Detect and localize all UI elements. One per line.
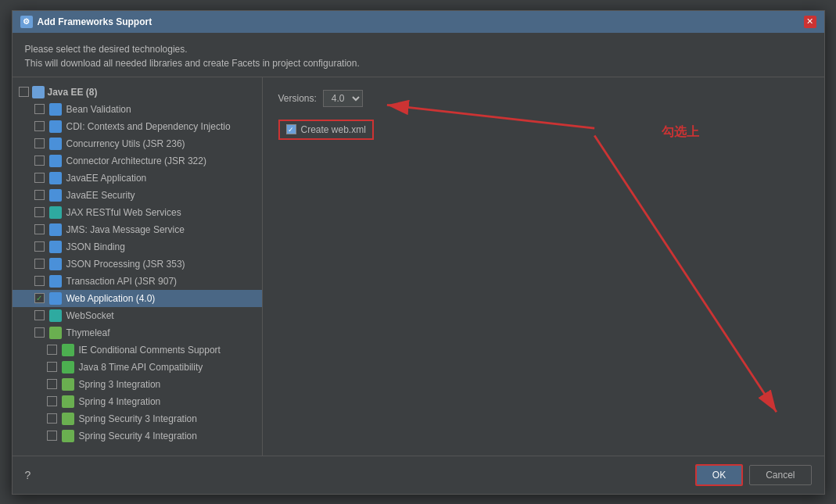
- checkbox-ie-conditional[interactable]: [47, 345, 57, 355]
- icon-jms: [49, 223, 62, 236]
- checkbox-connector[interactable]: [34, 155, 45, 166]
- icon-concurrency: [49, 138, 62, 150]
- list-item-transaction-api[interactable]: Transaction API (JSR 907): [13, 273, 262, 290]
- cancel-button[interactable]: Cancel: [749, 465, 811, 485]
- list-item-javaee-sec[interactable]: JavaEE Security: [13, 187, 262, 204]
- label-ie-conditional: IE Conditional Comments Support: [79, 345, 221, 356]
- list-item-ie-conditional[interactable]: IE Conditional Comments Support: [13, 341, 262, 359]
- list-item-jax-rest[interactable]: JAX RESTful Web Services: [13, 204, 262, 221]
- label-transaction-api: Transaction API (JSR 907): [66, 276, 178, 287]
- dialog-title: Add Frameworks Support: [38, 16, 152, 27]
- versions-select[interactable]: 4.0 3.1 3.0: [323, 90, 363, 107]
- icon-spring4: [62, 395, 74, 408]
- icon-transaction-api: [49, 275, 62, 288]
- label-web-application: Web Application (4.0): [66, 293, 156, 304]
- header-line1: Please select the desired technologies.: [25, 42, 812, 56]
- icon-javaee-sec: [49, 189, 62, 202]
- checkbox-transaction-api[interactable]: [34, 276, 45, 286]
- close-button[interactable]: ✕: [804, 16, 816, 28]
- list-item-json-binding[interactable]: JSON Binding: [13, 238, 262, 256]
- icon-spring-security3: [62, 413, 74, 425]
- list-item-jms[interactable]: JMS: Java Message Service: [13, 221, 262, 238]
- svg-line-1: [386, 105, 594, 128]
- list-item-connector[interactable]: Connector Architecture (JSR 322): [13, 152, 262, 170]
- checkbox-json-binding[interactable]: [34, 241, 45, 252]
- label-spring-security3: Spring Security 3 Integration: [79, 413, 197, 424]
- checkbox-web-application[interactable]: ✓: [34, 293, 45, 303]
- icon-json-binding: [49, 241, 62, 253]
- checkbox-concurrency[interactable]: [34, 138, 45, 148]
- javaee-group-checkbox[interactable]: [19, 87, 29, 97]
- list-item-spring3[interactable]: Spring 3 Integration: [13, 376, 262, 393]
- checkbox-jms[interactable]: [34, 224, 45, 234]
- icon-websocket: [49, 309, 62, 322]
- icon-web-application: [49, 292, 62, 305]
- thymeleaf-group-header: Thymeleaf: [13, 324, 262, 341]
- checkbox-cdi[interactable]: [34, 121, 45, 131]
- label-spring-security4: Spring Security 4 Integration: [79, 431, 197, 441]
- list-item-java8-time[interactable]: Java 8 Time API Compatibility: [13, 359, 262, 376]
- label-java8-time: Java 8 Time API Compatibility: [79, 362, 203, 373]
- icon-json-processing: [49, 258, 62, 270]
- header-line2: This will download all needed libraries …: [25, 56, 812, 70]
- checkbox-javaee-app[interactable]: [34, 173, 45, 183]
- list-item-websocket[interactable]: WebSocket: [13, 307, 262, 324]
- versions-row: Versions: 4.0 3.1 3.0: [278, 90, 809, 107]
- svg-line-2: [594, 135, 777, 412]
- checkbox-spring-security4[interactable]: [47, 431, 57, 441]
- checkbox-json-processing[interactable]: [34, 259, 45, 269]
- javaee-group-icon: [32, 86, 45, 98]
- checkbox-jax-rest[interactable]: [34, 207, 45, 217]
- list-item-web-application[interactable]: ✓ Web Application (4.0): [13, 290, 262, 307]
- icon-jax-rest: [49, 206, 62, 219]
- list-item-concurrency[interactable]: Concurrency Utils (JSR 236): [13, 135, 262, 152]
- list-item-json-processing[interactable]: JSON Processing (JSR 353): [13, 256, 262, 273]
- checkbox-websocket[interactable]: [34, 310, 45, 320]
- thymeleaf-group-checkbox[interactable]: [34, 327, 45, 338]
- create-webxml-label: Create web.xml: [301, 124, 366, 135]
- list-item-spring-security3[interactable]: Spring Security 3 Integration: [13, 410, 262, 427]
- label-spring4: Spring 4 Integration: [79, 396, 161, 407]
- checkbox-bean-validation[interactable]: [34, 104, 45, 114]
- list-item-spring-security4[interactable]: Spring Security 4 Integration: [13, 427, 262, 445]
- icon-ie-conditional: [62, 344, 74, 356]
- checkbox-spring4[interactable]: [47, 396, 57, 406]
- checkbox-java8-time[interactable]: [47, 362, 57, 372]
- list-item-javaee-app[interactable]: JavaEE Application: [13, 170, 262, 187]
- annotation-text: 勾选上: [662, 124, 699, 141]
- icon-spring-security4: [62, 430, 74, 442]
- icon-java8-time: [62, 361, 74, 374]
- label-javaee-app: JavaEE Application: [66, 173, 147, 184]
- icon-connector: [49, 155, 62, 167]
- list-item-cdi[interactable]: CDI: Contexts and Dependency Injectio: [13, 118, 262, 135]
- icon-javaee-app: [49, 172, 62, 184]
- icon-bean-validation: [49, 103, 62, 116]
- checkbox-spring-security3[interactable]: [47, 413, 57, 424]
- checkbox-javaee-sec[interactable]: [34, 190, 45, 200]
- label-json-processing: JSON Processing (JSR 353): [66, 259, 185, 270]
- label-jms: JMS: Java Message Service: [66, 224, 185, 235]
- list-item-spring4[interactable]: Spring 4 Integration: [13, 393, 262, 410]
- label-json-binding: JSON Binding: [66, 241, 125, 252]
- label-cdi: CDI: Contexts and Dependency Injectio: [66, 121, 231, 132]
- versions-label: Versions:: [278, 93, 317, 104]
- label-spring3: Spring 3 Integration: [79, 379, 161, 390]
- checkbox-spring3[interactable]: [47, 379, 57, 389]
- dialog-body: Java EE (8) Bean Validation CDI: Context…: [13, 77, 824, 456]
- help-button[interactable]: ?: [25, 469, 31, 481]
- dialog-icon: ⚙: [20, 16, 33, 28]
- thymeleaf-group-label: Thymeleaf: [66, 327, 110, 338]
- left-panel: Java EE (8) Bean Validation CDI: Context…: [13, 77, 263, 456]
- dialog-footer: ? OK Cancel: [13, 456, 824, 494]
- create-webxml-checkbox[interactable]: ✓: [286, 124, 296, 134]
- javaee-group-header: Java EE (8): [13, 84, 262, 101]
- label-jax-rest: JAX RESTful Web Services: [66, 207, 181, 218]
- icon-spring3: [62, 378, 74, 391]
- label-javaee-sec: JavaEE Security: [66, 190, 135, 201]
- label-concurrency: Concurrency Utils (JSR 236): [66, 138, 185, 149]
- list-item-bean-validation[interactable]: Bean Validation: [13, 101, 262, 118]
- right-panel: Versions: 4.0 3.1 3.0 ✓ Create web.xml 勾…: [263, 77, 824, 456]
- ok-button[interactable]: OK: [695, 464, 743, 486]
- javaee-group-label: Java EE (8): [48, 87, 98, 98]
- label-connector: Connector Architecture (JSR 322): [66, 155, 206, 166]
